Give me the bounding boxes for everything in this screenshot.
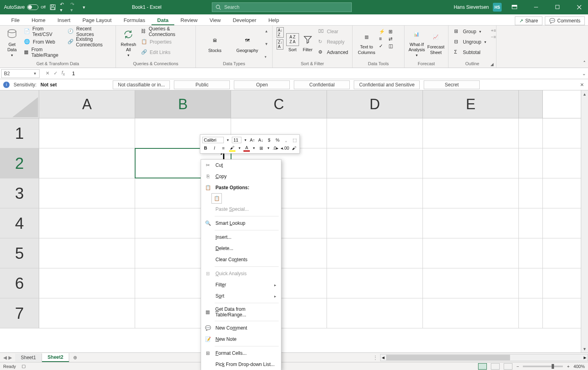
minimize-icon[interactable] [527, 0, 545, 14]
cell[interactable] [39, 148, 135, 178]
ctx-quick-analysis[interactable]: ⊞Quick Analysis [201, 268, 281, 279]
comma-format-icon[interactable]: , [283, 136, 289, 144]
row-header-3[interactable]: 3 [0, 178, 39, 208]
cell[interactable] [327, 208, 423, 238]
ungroup-button[interactable]: ⊟Ungroup ▼ [452, 38, 488, 46]
text-to-columns-button[interactable]: ▥Text to Columns [357, 27, 377, 58]
existing-connections-button[interactable]: 🔗Existing Connections [66, 38, 112, 46]
consolidate-icon[interactable]: ⊞ [389, 29, 397, 34]
cell[interactable] [39, 298, 135, 328]
page-break-view-icon[interactable] [504, 363, 512, 370]
cell[interactable] [327, 238, 423, 268]
geography-button[interactable]: 🗺Geography [232, 28, 262, 60]
share-button[interactable]: ↗Share [515, 16, 542, 25]
advanced-filter-button[interactable]: ⚙Advanced [317, 48, 350, 57]
mini-font-input[interactable] [202, 137, 224, 143]
row-header-6[interactable]: 6 [0, 268, 39, 298]
close-icon[interactable] [570, 0, 588, 14]
cell[interactable] [519, 148, 543, 178]
recent-sources-button[interactable]: 🕘Recent Sources [66, 27, 112, 36]
ctx-new-note[interactable]: 📝New Note [201, 334, 281, 345]
tab-insert[interactable]: Insert [52, 15, 76, 25]
tab-developer[interactable]: Developer [227, 15, 262, 25]
zoom-level[interactable]: 400% [574, 364, 585, 369]
cell[interactable] [519, 178, 543, 208]
sens-chip-1[interactable]: Public [174, 80, 230, 89]
col-header-E[interactable]: E [423, 90, 519, 118]
cell[interactable] [423, 208, 519, 238]
row-header-7[interactable]: 7 [0, 298, 39, 328]
zoom-out-icon[interactable]: − [516, 364, 519, 369]
row-header-5[interactable]: 5 [0, 238, 39, 268]
row-header-1[interactable]: 1 [0, 118, 39, 148]
nav-up-icon[interactable]: ▲ [265, 29, 268, 33]
from-web-button[interactable]: 🌐From Web [22, 38, 64, 46]
ctx-pick-list[interactable]: Pick From Drop-down List... [201, 359, 281, 370]
cell[interactable] [519, 238, 543, 268]
col-header-C[interactable]: C [231, 90, 327, 118]
queries-connections-button[interactable]: ⛓Queries & Connections [140, 27, 191, 36]
cell[interactable] [39, 238, 135, 268]
undo-icon[interactable]: ↶ ▾ [60, 4, 66, 10]
vertical-scrollbar[interactable]: ▲▼ [581, 90, 588, 352]
ctx-cut[interactable]: ✂Cut [201, 160, 281, 171]
relationships-icon[interactable]: ⇄ [389, 36, 397, 42]
expand-formula-bar-icon[interactable]: ⌄ [580, 71, 588, 76]
col-header-A[interactable]: A [39, 90, 135, 118]
ctx-get-data[interactable]: ▦Get Data from Table/Range... [201, 304, 281, 320]
tab-page-layout[interactable]: Page Layout [77, 15, 117, 25]
sheet-tab-sheet1[interactable]: Sheet1 [15, 354, 42, 362]
from-text-csv-button[interactable]: 📄From Text/CSV [22, 27, 64, 36]
cell[interactable] [423, 118, 519, 148]
merge-center-icon[interactable]: ⬚ [291, 136, 297, 144]
align-icon[interactable]: ≡ [220, 144, 227, 152]
get-data-button[interactable]: Get Data▼ [4, 27, 20, 58]
col-header-D[interactable]: D [327, 90, 423, 118]
cell[interactable] [39, 178, 135, 208]
italic-icon[interactable]: I [211, 144, 217, 152]
hide-detail-icon[interactable]: −≡ [491, 34, 496, 39]
tab-help[interactable]: Help [263, 15, 285, 25]
row-header-4[interactable]: 4 [0, 208, 39, 238]
cell[interactable] [327, 298, 423, 328]
increase-decimal-icon[interactable]: ◂.00 [281, 144, 289, 152]
new-sheet-icon[interactable]: ⊕ [69, 355, 81, 360]
cell[interactable] [423, 298, 519, 328]
sort-az-icon[interactable]: A↓Z [277, 27, 284, 38]
from-table-button[interactable]: ▦From Table/Range [22, 48, 64, 57]
sheet-nav-prev-icon[interactable]: ◀ [3, 355, 7, 360]
cell[interactable] [519, 208, 543, 238]
redo-icon[interactable]: ↷ ▾ [70, 4, 77, 10]
row-header-2[interactable]: 2 [0, 148, 39, 178]
flash-fill-icon[interactable]: ⚡ [379, 29, 387, 34]
ctx-copy[interactable]: ⎘Copy [201, 171, 281, 182]
ctx-smart-lookup[interactable]: 🔍Smart Lookup [201, 218, 281, 229]
cell[interactable] [39, 208, 135, 238]
col-header-F[interactable] [519, 90, 543, 118]
ctx-new-comment[interactable]: 💬New Comment [201, 322, 281, 334]
tab-home[interactable]: Home [26, 15, 51, 25]
col-header-B[interactable]: B [135, 90, 231, 118]
cell[interactable] [423, 268, 519, 298]
dialog-launcher-icon[interactable]: ◢ [490, 62, 495, 67]
filter-button[interactable]: Filter [301, 27, 314, 58]
ribbon-display-options-icon[interactable] [506, 0, 523, 14]
save-icon[interactable] [50, 4, 56, 10]
format-painter-icon[interactable]: 🖌 [291, 144, 297, 152]
tab-file[interactable]: File [6, 15, 25, 25]
bold-icon[interactable]: B [202, 144, 209, 152]
refresh-all-button[interactable]: Refresh All▼ [120, 27, 137, 58]
cell[interactable] [327, 118, 423, 148]
zoom-slider[interactable] [523, 366, 563, 367]
scroll-up-icon[interactable]: ▲ [581, 90, 588, 98]
percent-format-icon[interactable]: % [275, 136, 281, 144]
fill-color-icon[interactable]: 🖌 [229, 144, 235, 152]
cell[interactable] [423, 238, 519, 268]
qat-customize-icon[interactable]: ▼ [81, 4, 87, 10]
scroll-down-icon[interactable]: ▼ [581, 345, 588, 352]
normal-view-icon[interactable] [478, 363, 487, 370]
tab-formulas[interactable]: Formulas [118, 15, 151, 25]
what-if-button[interactable]: 📊What-If Analysis▼ [409, 27, 425, 58]
sensitivity-close-icon[interactable]: ✕ [580, 82, 584, 88]
tab-data[interactable]: Data [151, 15, 174, 25]
